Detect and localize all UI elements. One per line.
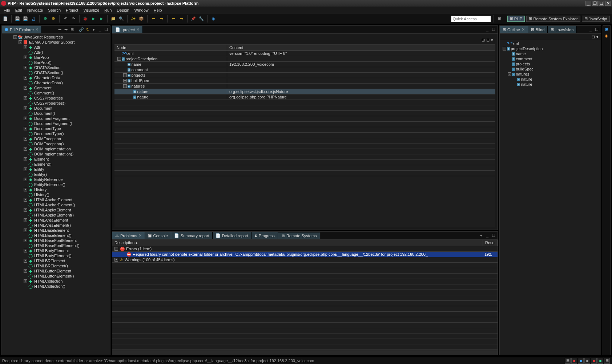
tree-item[interactable]: +◆HTMLBodyElement [2, 248, 110, 253]
tree-item[interactable]: +◆Entity [2, 167, 110, 172]
description-column[interactable]: Description ▴ [112, 240, 483, 246]
close-button[interactable]: ✕ [605, 1, 611, 6]
tree-item[interactable]: +◆Element [2, 157, 110, 162]
nav-forward-button[interactable]: ➡ [178, 16, 185, 22]
problem-row[interactable]: ⛔Required library cannot denote external… [112, 252, 498, 257]
view-menu-icon[interactable]: ▾ [491, 38, 493, 43]
outline-tab-lowvision[interactable]: ⊟LowVision [548, 26, 577, 33]
menu-project[interactable]: Project [64, 7, 80, 13]
minimize-icon[interactable]: _ [97, 27, 102, 32]
new-wizard-button[interactable]: ✨ [130, 16, 137, 22]
forward-button[interactable]: ➡ [158, 16, 165, 22]
tree-item[interactable]: ◯HTMLBaseElement() [2, 233, 110, 238]
outline-tool-icon[interactable]: ⊟ [592, 35, 595, 39]
close-icon[interactable]: ✕ [522, 27, 525, 32]
build-button[interactable]: ⚙ [42, 16, 49, 22]
tree-item[interactable]: +◆Comment [2, 85, 110, 90]
tree-item[interactable]: ◯HTMLAnchorElement() [2, 202, 110, 207]
xml-structured-editor[interactable]: Node Content ?·?xmlversion="1.0" encodin… [114, 45, 495, 227]
tree-item[interactable]: +◆BarProp [2, 55, 110, 60]
tree-item[interactable]: +◆DocumentFragment [2, 116, 110, 121]
back-button[interactable]: ⬅ [150, 16, 157, 22]
expand-icon[interactable]: + [24, 137, 27, 141]
tree-item[interactable]: +◆CSS2Properties [2, 96, 110, 101]
tree-item[interactable]: ◯HTMLBaseFontElement() [2, 243, 110, 248]
tab-progress[interactable]: ⧗Progress [251, 232, 278, 239]
tree-item[interactable]: +◆Document [2, 106, 110, 111]
close-icon[interactable]: ✕ [136, 27, 140, 32]
close-icon[interactable]: ✕ [35, 27, 39, 32]
properties-icon[interactable]: ◉ [605, 33, 608, 38]
menu-visualize[interactable]: Visualize [81, 7, 101, 13]
expand-icon[interactable]: + [24, 198, 27, 202]
menu-design[interactable]: Design [114, 7, 131, 13]
tab-detailed-report[interactable]: 📄Detailed report [213, 232, 251, 239]
explorer-tree[interactable]: -📚JavaScript Resources-📕ECMA 3 Browser S… [2, 34, 110, 355]
expand-icon[interactable]: - [117, 57, 121, 61]
xml-row[interactable]: ecomment [114, 67, 495, 73]
tree-item[interactable]: +◆HTMLAnchorElement [2, 197, 110, 202]
collapse-all-icon[interactable]: ⊟ [486, 38, 490, 43]
tree-item[interactable]: +◆HTMLCollection [2, 279, 110, 284]
expand-icon[interactable]: + [24, 117, 27, 120]
outline-tab-blind[interactable]: ⊟Blind [528, 26, 548, 33]
undo-button[interactable]: ↶ [62, 16, 69, 22]
tree-item[interactable]: ◯HTMLAppletElement() [2, 213, 110, 218]
tree-item[interactable]: ◯Element() [2, 162, 110, 167]
status-btn-3[interactable]: ■ [578, 358, 584, 364]
tree-item[interactable]: ◯HTMLBodyElement() [2, 253, 110, 258]
expand-icon[interactable]: + [24, 147, 27, 151]
tree-item[interactable]: +◆HTMLAppletElement [2, 207, 110, 213]
outline-row[interactable]: ecomment [500, 56, 601, 61]
perspective-js[interactable]: ⊞JavaScript [582, 16, 610, 22]
tree-item[interactable]: ◯BarProp() [2, 60, 110, 65]
expand-icon[interactable]: + [24, 127, 27, 130]
link-editor-icon[interactable]: 🔗 [79, 27, 84, 32]
tree-item[interactable]: ◯Document() [2, 111, 110, 116]
tree-item[interactable]: +◆CDATASection [2, 65, 110, 70]
minimize-icon[interactable]: _ [588, 27, 593, 32]
tree-item[interactable]: +◆DocumentType [2, 126, 110, 131]
print-button[interactable]: 🖨 [30, 16, 37, 22]
view-menu-icon[interactable]: ▾ [479, 233, 484, 238]
tab-problems[interactable]: ⚠Problems✕ [112, 232, 145, 239]
tree-item[interactable]: ◯Comment() [2, 90, 110, 96]
xml-row[interactable]: +ebuildSpec [114, 78, 495, 84]
tree-item[interactable]: +◆Attr [2, 45, 110, 50]
outline-row[interactable]: -enatures [500, 72, 601, 77]
expand-icon[interactable]: + [24, 167, 27, 171]
expand-icon[interactable]: + [24, 157, 27, 161]
run-button[interactable]: ▶ [90, 16, 97, 22]
tree-item[interactable]: ◯DOMException() [2, 141, 110, 146]
view-menu-icon[interactable]: ▾ [91, 27, 96, 32]
save-button[interactable]: 💾 [14, 16, 21, 22]
expand-icon[interactable]: + [24, 218, 27, 222]
outline-row[interactable]: ename [500, 51, 601, 56]
nav-back-button[interactable]: ⬅ [170, 16, 177, 22]
expand-icon[interactable]: + [24, 249, 27, 252]
status-btn-6[interactable]: ■ [597, 358, 603, 364]
outline-row[interactable]: -eprojectDescription [500, 46, 601, 51]
expand-icon[interactable]: + [24, 178, 27, 181]
expand-icon[interactable]: + [24, 66, 27, 69]
run-ext-button[interactable]: ▶ [98, 16, 105, 22]
tab-remote-systems[interactable]: 🖥Remote Systems [278, 232, 320, 239]
tree-item[interactable]: ◯HTMLAreaElement() [2, 223, 110, 228]
expand-icon[interactable]: - [123, 84, 127, 88]
expand-icon[interactable]: + [24, 239, 27, 242]
open-perspective-button[interactable]: ⊞ [496, 16, 503, 22]
expand-icon[interactable]: + [24, 208, 27, 212]
expand-icon[interactable]: + [123, 79, 127, 82]
menu-file[interactable]: File [1, 7, 12, 13]
expand-icon[interactable]: - [114, 247, 118, 251]
tree-item[interactable]: ◯CDATASection() [2, 70, 110, 75]
tree-item[interactable]: ◯DOMImplementation() [2, 151, 110, 157]
menu-edit[interactable]: Edit [13, 7, 24, 13]
expand-icon[interactable]: + [114, 258, 118, 262]
outline-tree[interactable]: ?·?xml-eprojectDescriptionenameecommente… [500, 40, 601, 355]
tree-item[interactable]: ◯EntityReference() [2, 182, 110, 187]
save-all-button[interactable]: 💾 [22, 16, 29, 22]
tree-item[interactable]: +◆HTMLAreaElement [2, 218, 110, 223]
open-type-button[interactable]: 📁 [110, 16, 117, 22]
search-button[interactable]: 🔍 [118, 16, 125, 22]
